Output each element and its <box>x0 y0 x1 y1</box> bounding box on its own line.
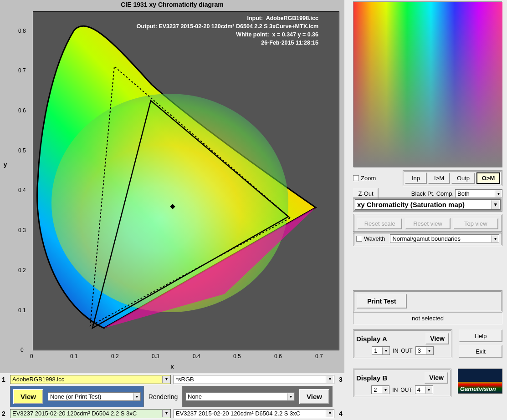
display-b-view-button[interactable]: View <box>425 372 448 384</box>
ytick-7: 0.7 <box>18 67 26 74</box>
rendering-label: Rendering <box>147 393 179 400</box>
im-button[interactable]: I>M <box>428 172 450 184</box>
display-b-panel: Display B View 2 IN OUT 4 <box>353 369 451 397</box>
intent1-select[interactable]: None (or Print Test) <box>48 392 141 401</box>
ytick-4: 0.4 <box>18 187 26 193</box>
display-b-label: Display B <box>356 374 387 382</box>
xtick-4: 0.4 <box>193 353 200 359</box>
gamutvision-logo: Gamutvision <box>458 369 502 394</box>
display-a-view-button[interactable]: View <box>425 333 449 344</box>
x-axis-label: x <box>0 363 344 370</box>
ytick-8: 0.8 <box>18 28 26 34</box>
display-a-label: Display A <box>356 335 387 343</box>
boundaries-select[interactable]: Normal/gamut boundaries <box>390 234 499 243</box>
chromaticity-chart-panel: CIE 1931 xy Chromaticity diagram 0 0.1 0… <box>0 0 344 373</box>
ytick-6: 0.6 <box>18 107 26 114</box>
label-4: 4 <box>337 410 344 417</box>
chart-title: CIE 1931 xy Chromaticity diagram <box>0 1 344 8</box>
chromaticity-svg <box>33 12 340 351</box>
ytick-5: 0.5 <box>18 147 26 154</box>
wavelength-checkbox[interactable]: Wavelth <box>356 235 385 242</box>
view3d-panel: Reset scale Reset view Top view <box>353 214 502 233</box>
blackpt-select[interactable]: Both <box>455 189 502 198</box>
profile1-select[interactable]: AdobeRGB1998.icc <box>10 375 171 384</box>
om-button[interactable]: O>M <box>476 172 500 184</box>
view1-button[interactable]: View <box>13 389 43 404</box>
plot-overlay-info: Input: AdobeRGB1998.icc Output: EV3237 2… <box>137 14 318 47</box>
chromaticity-plot[interactable]: Input: AdobeRGB1998.icc Output: EV3237 2… <box>33 11 339 350</box>
display-a-panel: Display A View 1 IN OUT 3 <box>353 329 452 358</box>
plot-mode-select[interactable]: xy Chromaticity (Saturation map) <box>355 199 501 210</box>
top-view-button[interactable]: Top view <box>453 218 498 229</box>
inp-button[interactable]: Inp <box>405 172 427 184</box>
zoom-checkbox[interactable]: Zoom <box>353 175 376 182</box>
exit-button[interactable]: Exit <box>459 345 502 358</box>
display-b-out-select[interactable]: 4 <box>415 385 433 394</box>
display-a-in-select[interactable]: 1 <box>372 346 390 355</box>
ytick-1: 0.1 <box>18 307 26 314</box>
profile2-select[interactable]: EV3237 2015-02-20 120cdm² D6504 2.2 S 3x… <box>10 409 171 418</box>
reset-view-button[interactable]: Reset view <box>405 218 450 229</box>
blackpt-label: Black Pt. Comp. <box>411 190 454 197</box>
display-a-out-select[interactable]: 3 <box>415 346 434 355</box>
ytick-0: 0 <box>20 347 24 353</box>
ytick-2: 0.2 <box>18 267 26 273</box>
intent2-select[interactable]: None <box>185 392 295 401</box>
xtick-5: 0.5 <box>233 353 241 359</box>
xtick-1: 0.1 <box>70 353 78 359</box>
not-selected-label: not selected <box>353 312 502 324</box>
print-test-button[interactable]: Print Test <box>357 294 407 309</box>
bottom-profiles-bar: 1 AdobeRGB1998.icc *sRGB 3 View None (or… <box>0 375 344 418</box>
svg-point-0 <box>51 94 288 312</box>
right-controls: Zoom Inp I>M Outp O>M Z-Out Black Pt. Co… <box>353 170 502 199</box>
svg-rect-3 <box>353 2 502 167</box>
display-b-in-select[interactable]: 2 <box>371 385 389 394</box>
label-3: 3 <box>337 376 344 383</box>
xtick-0: 0 <box>30 353 33 359</box>
reset-scale-button[interactable]: Reset scale <box>357 218 402 229</box>
label-2: 2 <box>0 410 7 417</box>
help-button[interactable]: Help <box>459 329 502 342</box>
xtick-3: 0.3 <box>152 353 159 359</box>
y-axis-label: y <box>4 161 7 167</box>
xtick-6: 0.6 <box>274 353 282 359</box>
ytick-3: 0.3 <box>18 227 26 233</box>
xtick-2: 0.2 <box>111 353 119 359</box>
view2-button[interactable]: View <box>299 389 329 404</box>
profile3-select[interactable]: *sRGB <box>174 375 334 384</box>
label-1: 1 <box>0 376 7 383</box>
spectrum-preview[interactable] <box>353 1 502 167</box>
outp-button[interactable]: Outp <box>451 172 475 184</box>
xtick-7: 0.7 <box>315 353 323 359</box>
profile4-select[interactable]: EV3237 2015-02-20 120cdm² D6504 2.2 S 3x… <box>174 409 334 418</box>
